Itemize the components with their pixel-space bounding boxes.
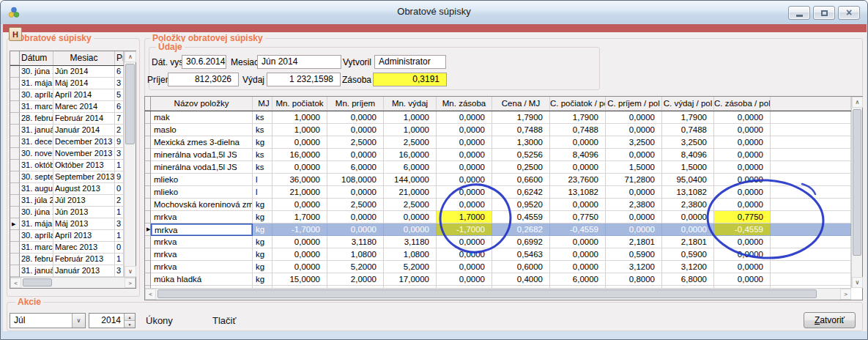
cell-value[interactable]: 1,0000: [384, 124, 437, 136]
cell-nazov[interactable]: maslo: [151, 124, 253, 136]
cell-value[interactable]: 3,1200: [606, 261, 662, 273]
cell-value[interactable]: 6,0000: [327, 161, 384, 174]
cell-value[interactable]: 1,7000: [272, 211, 327, 223]
cell-datum[interactable]: 31. decembra 2013: [20, 136, 53, 148]
cell-mj[interactable]: ks: [253, 161, 272, 174]
column-header[interactable]: C. zásoba / pol: [714, 97, 771, 111]
cell-value[interactable]: 2,5000: [384, 136, 437, 149]
table-row[interactable]: 31. augusta 2013August 20130: [10, 183, 124, 195]
cell-value[interactable]: 8,4096: [550, 149, 606, 161]
cell-value[interactable]: 0,5256: [492, 149, 550, 161]
ukony-menu[interactable]: Úkony: [146, 315, 173, 326]
cell-value[interactable]: 0,0000: [550, 161, 606, 174]
cell-datum[interactable]: 31. marca 2014: [20, 101, 53, 113]
table-row[interactable]: 30. apríla 2014Apríl 20145: [10, 89, 124, 101]
table-row[interactable]: 31. októbra 2013Október 20131: [10, 160, 124, 171]
cell-prijem[interactable]: 2: [115, 195, 124, 207]
scrollbar-thumb[interactable]: [157, 289, 817, 298]
cell-value[interactable]: 1,3000: [492, 136, 550, 149]
cell-mj[interactable]: kg: [253, 223, 272, 236]
zasoba-field[interactable]: 0,3191: [373, 73, 447, 86]
table-row[interactable]: mrkvakg0,00005,20005,20000,00000,60000,0…: [145, 261, 851, 273]
cell-mesiac[interactable]: Jún 2014: [53, 66, 115, 78]
column-header[interactable]: Mn. počiatok: [272, 97, 327, 111]
table-row[interactable]: 30. júna 2013Jún 20131: [10, 207, 124, 218]
vydaj-field[interactable]: 1 232,1598: [267, 73, 341, 86]
cell-datum[interactable]: 28. februára 2013: [20, 254, 53, 265]
supisky-vertical-scrollbar[interactable]: ∧ ∨: [124, 51, 136, 277]
spin-up-icon[interactable]: ▲: [125, 314, 135, 321]
cell-value[interactable]: 16,0000: [272, 149, 327, 161]
cell-value[interactable]: 0,0000: [272, 199, 327, 211]
row-selector[interactable]: [145, 236, 151, 248]
table-row[interactable]: 31. marca 2014Marec 20146: [10, 101, 124, 113]
cell-value[interactable]: 144,0000: [384, 174, 437, 186]
column-header[interactable]: MJ: [253, 97, 272, 111]
table-row[interactable]: ▶31. mája 2013Máj 20133: [10, 218, 124, 230]
row-selector[interactable]: [10, 207, 20, 218]
scroll-down-icon[interactable]: ∨: [125, 266, 136, 277]
cell-value[interactable]: 0,0000: [272, 236, 327, 248]
items-horizontal-scrollbar[interactable]: < >: [145, 288, 851, 300]
row-selector[interactable]: [145, 211, 151, 223]
row-selector[interactable]: [145, 174, 151, 186]
cell-value[interactable]: 21,0000: [384, 186, 437, 199]
cell-nazov[interactable]: minerálna voda1,5l JS: [151, 149, 253, 161]
cell-prijem[interactable]: 0: [115, 242, 124, 254]
table-row[interactable]: 30. novembra 2013November 20133: [10, 148, 124, 160]
cell-mj[interactable]: ks: [253, 111, 272, 124]
cell-prijem[interactable]: 5: [115, 89, 124, 101]
cell-datum[interactable]: 31. augusta 2013: [20, 183, 53, 195]
cell-value[interactable]: 0,4559: [492, 211, 550, 223]
cell-value[interactable]: 0,0000: [384, 223, 437, 236]
cell-mesiac[interactable]: November 2013: [53, 148, 115, 160]
supisky-horizontal-scrollbar[interactable]: < >: [10, 277, 136, 288]
cell-value[interactable]: 0,0000: [662, 223, 714, 236]
cell-value[interactable]: 0,6242: [492, 186, 550, 199]
vytvoril-field[interactable]: Administrator: [374, 55, 446, 69]
table-row[interactable]: 30. septembra 2013September 20139: [10, 171, 124, 183]
cell-mj[interactable]: ks: [253, 149, 272, 161]
table-row[interactable]: 31. marca 2013Marec 20130: [10, 242, 124, 254]
table-row[interactable]: makks1,00000,00001,00000,00001,79001,790…: [145, 111, 851, 124]
scroll-down-icon[interactable]: ∨: [852, 277, 863, 288]
cell-mj[interactable]: kg: [253, 211, 272, 223]
cell-value[interactable]: 0,0000: [714, 186, 771, 199]
row-selector[interactable]: [10, 78, 20, 89]
table-row[interactable]: mliekol21,00000,000021,00000,00000,62421…: [145, 186, 851, 199]
row-selector[interactable]: [10, 113, 20, 125]
cell-nazov[interactable]: minerálna voda1,5l JS: [151, 161, 253, 174]
cell-value[interactable]: 1,0800: [327, 248, 384, 261]
scrollbar-thumb[interactable]: [125, 64, 135, 144]
row-selector[interactable]: [145, 161, 151, 174]
cell-value[interactable]: 21,0000: [272, 186, 327, 199]
cell-value[interactable]: 0,0000: [272, 261, 327, 273]
cell-mesiac[interactable]: September 2013: [53, 171, 115, 183]
cell-value[interactable]: 0,8000: [606, 273, 662, 286]
cell-value[interactable]: 0,0000: [272, 136, 327, 149]
cell-value[interactable]: 0,0000: [550, 199, 606, 211]
cell-prijem[interactable]: 9: [115, 136, 124, 148]
cell-nazov[interactable]: múka hladká: [151, 273, 253, 286]
cell-value[interactable]: 0,0000: [437, 124, 492, 136]
cell-datum[interactable]: 31. mája 2014: [20, 78, 53, 89]
cell-value[interactable]: 6,8000: [662, 273, 714, 286]
cell-value[interactable]: 0,0000: [437, 248, 492, 261]
cell-mesiac[interactable]: Február 2013: [53, 254, 115, 265]
cell-value[interactable]: 0,0000: [437, 174, 492, 186]
cell-value[interactable]: 0,0000: [384, 211, 437, 223]
table-row[interactable]: mrkvakg0,00003,11803,11800,00000,69920,0…: [145, 236, 851, 248]
cell-mesiac[interactable]: Máj 2014: [53, 78, 115, 89]
cell-value[interactable]: 0,0000: [550, 261, 606, 273]
column-header-mesiac[interactable]: Mesiac: [53, 51, 115, 65]
cell-value[interactable]: 1,7900: [550, 111, 606, 124]
column-header[interactable]: C. výdaj / pol: [662, 97, 714, 111]
scrollbar-thumb[interactable]: [23, 278, 52, 287]
cell-value[interactable]: 71,2800: [606, 174, 662, 186]
table-row[interactable]: 31. júla 2013Júl 20132: [10, 195, 124, 207]
cell-value[interactable]: 0,0000: [550, 248, 606, 261]
cell-value[interactable]: 2,5000: [327, 199, 384, 211]
table-row[interactable]: minerálna voda1,5l JSks16,00000,000016,0…: [145, 149, 851, 161]
cell-value[interactable]: 0,6600: [492, 174, 550, 186]
cell-datum[interactable]: 30. septembra 2013: [20, 171, 53, 183]
